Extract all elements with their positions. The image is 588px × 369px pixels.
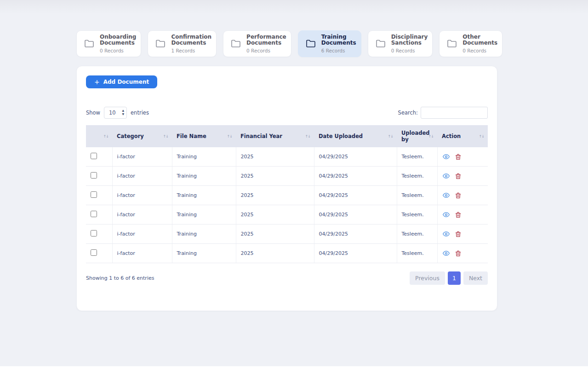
cell-financial-year: 2025 [236, 205, 314, 225]
cell-file-name: Training [172, 205, 236, 225]
tab-record-count: 0 Records [246, 48, 286, 53]
add-document-button[interactable]: + Add Document [86, 75, 157, 88]
trash-icon [455, 153, 462, 161]
folder-icon [154, 38, 166, 49]
view-button[interactable] [442, 192, 450, 199]
eye-icon [442, 173, 450, 179]
delete-button[interactable] [455, 231, 462, 238]
sort-icon: ↑↓ [163, 134, 168, 138]
cell-financial-year: 2025 [236, 244, 314, 263]
next-page-button[interactable]: Next [463, 271, 488, 285]
cell-file-name: Training [172, 147, 236, 167]
page-length-select[interactable]: 10 [104, 107, 127, 119]
tab-onboarding-documents[interactable]: Onboarding Documents 0 Records [76, 30, 141, 57]
cell-uploaded-by: Tesleem. [397, 147, 437, 167]
trash-icon [455, 211, 462, 219]
cell-uploaded-by: Tesleem. [397, 205, 437, 225]
table-footer: Showing 1 to 6 of 6 entries Previous 1 N… [86, 271, 488, 285]
eye-icon [442, 211, 450, 218]
folder-icon [230, 38, 242, 49]
view-button[interactable] [442, 211, 450, 218]
cell-financial-year: 2025 [236, 186, 314, 205]
cell-category: i-factor [112, 167, 172, 186]
sort-icon: ↑↓ [388, 134, 393, 138]
cell-financial-year: 2025 [236, 225, 314, 244]
plus-icon: + [94, 79, 100, 85]
tab-title: Disciplinary Sanctions [391, 34, 428, 47]
delete-button[interactable] [455, 153, 462, 161]
folder-icon [305, 38, 317, 49]
pagination: Previous 1 Next [410, 271, 488, 285]
cell-category: i-factor [112, 225, 172, 244]
column-header-select[interactable]: ↑↓ [86, 125, 112, 147]
tab-training-documents[interactable]: Training Documents 6 Records [298, 30, 361, 57]
column-header-category[interactable]: Category↑↓ [112, 125, 172, 147]
page-number-button[interactable]: 1 [448, 271, 461, 285]
view-button[interactable] [442, 231, 450, 237]
cell-file-name: Training [172, 167, 236, 186]
cell-uploaded-by: Tesleem. [397, 186, 437, 205]
entries-label: entries [131, 110, 149, 116]
column-header-uploaded-by[interactable]: Uploaded by↑↓ [397, 125, 437, 147]
column-header-date-uploaded[interactable]: Date Uploaded↑↓ [314, 125, 397, 147]
cell-financial-year: 2025 [236, 147, 314, 167]
tab-performance-documents[interactable]: Performance Documents 0 Records [223, 30, 291, 57]
trash-icon [455, 231, 462, 238]
column-header-file-name[interactable]: File Name↑↓ [172, 125, 236, 147]
eye-icon [442, 231, 450, 237]
tab-confirmation-documents[interactable]: Confirmation Documents 1 Records [148, 30, 217, 57]
page-length-control: Show 10 ▲▼ entries [86, 107, 149, 119]
tab-title: Onboarding Documents [100, 34, 136, 47]
trash-icon [455, 250, 462, 257]
column-header-financial-year[interactable]: Financial Year↑↓ [236, 125, 314, 147]
delete-button[interactable] [455, 173, 462, 180]
cell-date-uploaded: 04/29/2025 [314, 167, 397, 186]
cell-category: i-factor [112, 147, 172, 167]
view-button[interactable] [442, 153, 450, 160]
cell-financial-year: 2025 [236, 167, 314, 186]
cell-date-uploaded: 04/29/2025 [314, 225, 397, 244]
documents-table: ↑↓ Category↑↓ File Name↑↓ Financial Year… [86, 125, 488, 263]
table-header-row: ↑↓ Category↑↓ File Name↑↓ Financial Year… [86, 125, 488, 147]
tab-title: Confirmation Documents [171, 34, 211, 47]
row-checkbox[interactable] [91, 249, 97, 256]
add-document-label: Add Document [103, 79, 149, 85]
cell-date-uploaded: 04/29/2025 [314, 244, 397, 263]
view-button[interactable] [442, 173, 450, 179]
row-checkbox[interactable] [91, 191, 97, 198]
bottom-strip [0, 366, 588, 369]
previous-page-button[interactable]: Previous [410, 271, 445, 285]
trash-icon [455, 173, 462, 180]
tab-disciplinary-sanctions[interactable]: Disciplinary Sanctions 0 Records [368, 30, 433, 57]
search-control: Search: [398, 107, 488, 119]
table-controls: Show 10 ▲▼ entries Search: [86, 107, 488, 119]
delete-button[interactable] [455, 211, 462, 219]
row-checkbox[interactable] [91, 211, 97, 217]
cell-uploaded-by: Tesleem. [397, 244, 437, 263]
tab-record-count: 0 Records [100, 48, 136, 53]
table-row: i-factor Training 2025 04/29/2025 Teslee… [86, 225, 488, 244]
documents-panel: + Add Document Show 10 ▲▼ entries Search… [76, 66, 497, 311]
cell-date-uploaded: 04/29/2025 [314, 205, 397, 225]
tab-title: Performance Documents [246, 34, 286, 47]
column-header-action[interactable]: Action↑↓ [437, 125, 488, 147]
cell-category: i-factor [112, 205, 172, 225]
table-row: i-factor Training 2025 04/29/2025 Teslee… [86, 186, 488, 205]
search-input[interactable] [421, 107, 488, 119]
delete-button[interactable] [455, 250, 462, 257]
cell-date-uploaded: 04/29/2025 [314, 186, 397, 205]
table-row: i-factor Training 2025 04/29/2025 Teslee… [86, 147, 488, 167]
trash-icon [455, 192, 462, 199]
row-checkbox[interactable] [91, 230, 97, 236]
tab-record-count: 6 Records [321, 48, 356, 53]
row-checkbox[interactable] [91, 153, 97, 159]
view-button[interactable] [442, 250, 450, 257]
row-checkbox[interactable] [91, 172, 97, 179]
cell-uploaded-by: Tesleem. [397, 225, 437, 244]
tab-other-documents[interactable]: Other Documents 0 Records [439, 30, 502, 57]
cell-uploaded-by: Tesleem. [397, 167, 437, 186]
sort-icon: ↑↓ [103, 134, 108, 138]
delete-button[interactable] [455, 192, 462, 199]
folder-icon [446, 38, 458, 49]
tab-title: Training Documents [321, 34, 356, 47]
